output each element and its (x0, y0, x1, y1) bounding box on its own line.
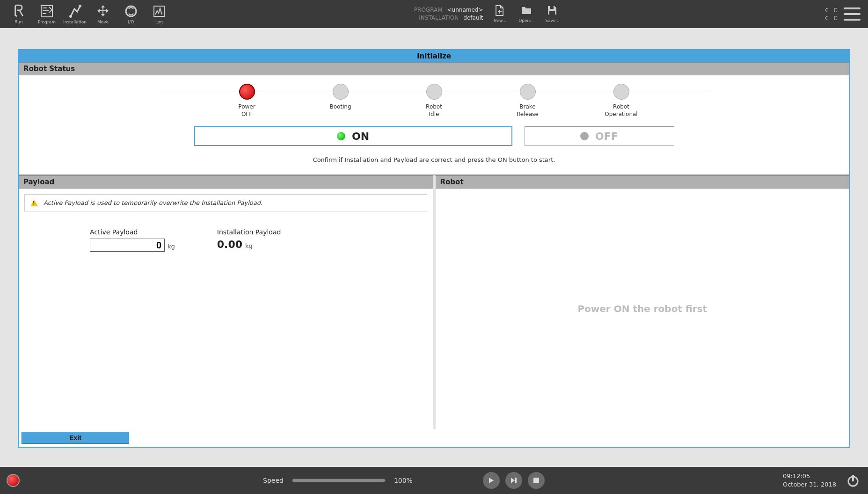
date-text: October 31, 2018 (783, 480, 836, 489)
tab-label: Move (97, 20, 109, 24)
svg-point-1 (69, 15, 72, 18)
svg-rect-7 (515, 478, 517, 483)
tab-label: Run (15, 20, 22, 24)
stage-label: Booting (329, 103, 351, 110)
cc-indicator: C C C C (825, 7, 837, 22)
tab-run[interactable]: Run (5, 1, 33, 27)
panel-title: Initialize (19, 50, 849, 62)
datetime: 09:12:05 October 31, 2018 (783, 472, 836, 489)
stage-label: Robot (426, 103, 442, 110)
play-button[interactable] (483, 472, 500, 489)
program-key-label: PROGRAM (414, 6, 443, 14)
svg-point-2 (79, 5, 81, 7)
io-icon (124, 4, 139, 19)
stage-label: Idle (429, 111, 439, 117)
speed-slider[interactable] (292, 479, 386, 482)
robot-body: Power ON the robot first (436, 189, 850, 429)
installation-payload-label: Installation Payload (217, 228, 281, 236)
stage-label: OFF (241, 111, 252, 117)
cc-cell: C (825, 7, 829, 14)
save-icon (547, 5, 558, 16)
tab-io[interactable]: I/O (117, 1, 145, 27)
power-on-button[interactable]: ON (194, 126, 512, 146)
stage-dot-active (239, 84, 255, 100)
cc-cell: C (833, 7, 837, 14)
stage-power-off: PowerOFF (200, 84, 294, 118)
payload-header: Payload (19, 175, 433, 189)
bottom-toolbar: Speed 100% 09:12:05 October 31, 2018 (0, 467, 868, 494)
robot-status-body: PowerOFF Booting RobotIdle BrakeRelease … (19, 75, 849, 174)
exit-button[interactable]: Exit (22, 432, 129, 444)
speed-control: Speed 100% (263, 477, 413, 484)
stage-label: Release (517, 111, 539, 117)
active-payload-input[interactable] (90, 239, 165, 252)
stage-dot (613, 84, 629, 100)
open-button[interactable]: Open... (513, 5, 540, 23)
tab-label: Program (38, 20, 56, 24)
warning-text: Active Payload is used to temporarily ov… (44, 199, 263, 206)
payload-warning: Active Payload is used to temporarily ov… (24, 194, 427, 211)
robot-state-indicator[interactable] (7, 474, 20, 487)
program-icon (39, 4, 54, 19)
cc-cell: C (833, 15, 837, 22)
save-button[interactable]: Save... (540, 5, 566, 23)
tab-program[interactable]: Program (33, 1, 61, 27)
led-green-icon (337, 132, 345, 140)
open-folder-icon (521, 5, 532, 16)
robot-section-header: Robot (436, 175, 850, 189)
stage-brake-release: BrakeRelease (481, 84, 575, 118)
file-btn-label: Save... (545, 18, 560, 23)
speed-value: 100% (394, 477, 413, 484)
svg-rect-8 (533, 478, 539, 483)
tab-label: Installation (63, 20, 87, 24)
tab-move[interactable]: Move (89, 1, 117, 27)
menu-button[interactable] (844, 7, 861, 21)
payload-body: Active Payload is used to temporarily ov… (19, 189, 433, 429)
active-payload-label: Active Payload (90, 228, 175, 236)
file-btn-label: New... (494, 18, 506, 23)
program-value: <unnamed> (447, 6, 483, 14)
stage-dot (333, 84, 349, 100)
move-icon (95, 4, 110, 19)
tab-label: Log (155, 20, 163, 24)
new-file-icon (495, 5, 506, 16)
stage-label: Operational (605, 111, 637, 117)
log-icon (152, 4, 167, 19)
new-button[interactable]: New... (487, 5, 513, 23)
installation-value: default (463, 14, 483, 22)
top-toolbar: Run Program Installation Move I/O Log PR… (0, 0, 868, 28)
installation-payload-value: 0.00 (217, 239, 242, 250)
step-button[interactable] (505, 472, 522, 489)
run-icon (11, 4, 26, 19)
status-stages: PowerOFF Booting RobotIdle BrakeRelease … (24, 84, 844, 118)
stage-label: Robot (613, 103, 629, 110)
stop-button[interactable] (528, 472, 545, 489)
robot-status-header: Robot Status (19, 62, 849, 75)
power-off-button[interactable]: OFF (525, 126, 674, 146)
warning-icon (30, 200, 38, 206)
time-text: 09:12:05 (783, 472, 836, 480)
off-label: OFF (595, 131, 618, 142)
stage-dot (426, 84, 442, 100)
tab-label: I/O (128, 20, 134, 24)
stage-label: Brake (519, 103, 535, 110)
stage-robot-idle: RobotIdle (387, 84, 481, 118)
unit-kg: kg (245, 242, 253, 249)
led-gray-icon (580, 132, 589, 140)
svg-rect-5 (550, 6, 554, 9)
svg-rect-6 (549, 11, 555, 15)
installation-icon (67, 4, 82, 19)
robot-placeholder-message: Power ON the robot first (577, 303, 707, 314)
file-btn-label: Open... (518, 18, 534, 23)
tab-log[interactable]: Log (145, 1, 173, 27)
speed-label: Speed (263, 477, 284, 484)
shutdown-button[interactable] (845, 472, 861, 489)
confirm-message: Confirm if Installation and Payload are … (24, 156, 844, 163)
stage-booting: Booting (294, 84, 387, 111)
tab-installation[interactable]: Installation (61, 1, 89, 27)
stage-dot (520, 84, 536, 100)
program-info: PROGRAM<unnamed> INSTALLATIONdefault (414, 6, 483, 22)
cc-cell: C (825, 15, 829, 22)
installation-key-label: INSTALLATION (419, 14, 459, 22)
initialize-panel: Initialize Robot Status PowerOFF Booting… (18, 49, 850, 448)
